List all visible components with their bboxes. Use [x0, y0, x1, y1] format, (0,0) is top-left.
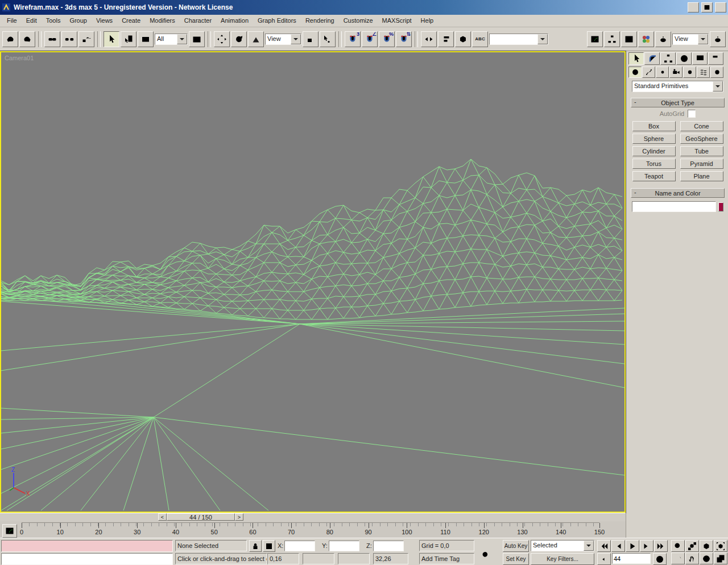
render-type-dropdown[interactable]: View	[672, 34, 709, 45]
key-mode-toggle-button[interactable]	[597, 553, 611, 565]
menu-character[interactable]: Character	[180, 15, 216, 26]
menu-views[interactable]: Views	[92, 15, 117, 26]
quick-render-button[interactable]	[710, 31, 726, 47]
menu-help[interactable]: Help	[416, 15, 439, 26]
arc-rotate-button[interactable]	[700, 552, 713, 564]
named-selection-dropdown[interactable]	[489, 34, 548, 45]
menu-create[interactable]: Create	[117, 15, 145, 26]
maxscript-mini-listener-pink[interactable]	[1, 540, 173, 552]
select-by-name-button[interactable]	[121, 31, 136, 47]
primitive-tube[interactable]: Tube	[680, 146, 723, 156]
layer-manager-button[interactable]	[621, 31, 637, 47]
reference-coordinate-dropdown[interactable]: View	[265, 34, 301, 45]
menu-customize[interactable]: Customize	[339, 15, 378, 26]
unlink-selection-button[interactable]	[61, 31, 77, 47]
angle-snap-button[interactable]: ∠	[362, 31, 378, 47]
primitive-plane[interactable]: Plane	[680, 171, 723, 181]
primitive-cylinder[interactable]: Cylinder	[632, 146, 676, 156]
select-and-move-button[interactable]	[214, 31, 230, 47]
category-helpers[interactable]	[683, 67, 696, 78]
menu-group[interactable]: Group	[65, 15, 92, 26]
category-systems[interactable]	[710, 67, 723, 78]
menu-tools[interactable]: Tools	[42, 15, 65, 26]
track-bar[interactable]: 0102030405060708090100110120130140150	[0, 521, 626, 539]
material-editor-button[interactable]	[638, 31, 654, 47]
play-button[interactable]	[626, 540, 639, 552]
timeline-ruler[interactable]: 0102030405060708090100110120130140150	[22, 522, 599, 539]
time-configuration-button[interactable]	[653, 553, 667, 565]
chevron-down-icon[interactable]	[713, 81, 723, 92]
named-selection-sets-button[interactable]	[455, 31, 471, 47]
time-slider-next-arrow[interactable]: >	[235, 513, 243, 521]
undo-button[interactable]	[2, 31, 18, 47]
tab-motion[interactable]	[676, 52, 692, 65]
redo-button[interactable]	[19, 31, 35, 47]
zoom-extents-all-button[interactable]	[714, 540, 727, 552]
pan-button[interactable]	[685, 552, 699, 564]
mirror-button[interactable]	[421, 31, 437, 47]
select-and-rotate-button[interactable]	[231, 31, 247, 47]
minimize-button[interactable]	[688, 2, 699, 13]
maxscript-mini-listener-white[interactable]	[1, 553, 173, 565]
selection-lock-toggle[interactable]	[249, 540, 262, 552]
frame-number-field[interactable]	[612, 553, 651, 564]
menu-file[interactable]: File	[2, 15, 22, 26]
auto-key-button[interactable]: Auto Key	[503, 540, 529, 552]
primitive-box[interactable]: Box	[632, 121, 676, 131]
zoom-extents-button[interactable]	[700, 540, 713, 552]
next-frame-button[interactable]	[640, 540, 653, 552]
primitive-teapot[interactable]: Teapot	[632, 171, 676, 181]
autogrid-checkbox[interactable]	[688, 110, 696, 118]
schematic-view-button[interactable]	[604, 31, 620, 47]
key-mode-dropdown[interactable]: Selected	[531, 540, 594, 551]
select-and-link-button[interactable]	[44, 31, 60, 47]
menu-animation[interactable]: Animation	[216, 15, 253, 26]
close-button[interactable]	[715, 2, 726, 13]
z-coordinate-field[interactable]	[373, 541, 404, 551]
menu-modifiers[interactable]: Modifiers	[145, 15, 180, 26]
previous-frame-button[interactable]	[611, 540, 625, 552]
y-coordinate-field[interactable]	[329, 541, 359, 551]
primitive-category-dropdown[interactable]: Standard Primitives	[632, 81, 723, 92]
x-coordinate-field[interactable]	[284, 541, 315, 551]
add-time-tag-field[interactable]: Add Time Tag	[419, 553, 474, 564]
snap-toggle-button[interactable]: 3	[345, 31, 361, 47]
selection-filter-dropdown[interactable]: All	[155, 34, 188, 45]
mini-curve-editor-button[interactable]	[2, 524, 17, 538]
menu-edit[interactable]: Edit	[22, 15, 42, 26]
absolute-offset-toggle[interactable]	[263, 540, 275, 552]
keyboard-override-toggle[interactable]: ABC	[472, 31, 488, 47]
primitive-cone[interactable]: Cone	[680, 121, 723, 131]
category-geometry[interactable]	[628, 67, 642, 78]
set-key-button[interactable]: Set Key	[503, 553, 529, 565]
rectangular-selection-region-button[interactable]	[138, 31, 154, 47]
primitive-geosphere[interactable]: GeoSphere	[680, 134, 723, 144]
camera-viewport[interactable]: Camera01 Z X	[0, 51, 626, 513]
category-shapes[interactable]	[642, 67, 655, 78]
time-slider-track[interactable]: < 44 / 150 >	[0, 513, 626, 521]
tab-hierarchy[interactable]	[660, 52, 676, 65]
time-slider-prev-arrow[interactable]: <	[158, 513, 167, 521]
primitive-torus[interactable]: Torus	[632, 159, 676, 169]
chevron-down-icon[interactable]	[537, 34, 548, 44]
tab-create[interactable]	[628, 52, 644, 65]
name-and-color-rollout-header[interactable]: - Name and Color	[631, 188, 725, 198]
go-to-end-button[interactable]	[654, 540, 668, 552]
key-filters-button[interactable]: Key Filters...	[531, 553, 594, 565]
viewport-label[interactable]: Camera01	[5, 55, 34, 61]
zoom-button[interactable]	[671, 540, 685, 552]
zoom-all-button[interactable]	[685, 540, 699, 552]
menu-graph-editors[interactable]: Graph Editors	[253, 15, 301, 26]
menu-maxscript[interactable]: MAXScript	[378, 15, 416, 26]
field-of-view-button[interactable]	[671, 552, 685, 564]
bind-to-space-warp-button[interactable]	[78, 31, 94, 47]
category-space-warps[interactable]	[697, 67, 710, 78]
primitive-pyramid[interactable]: Pyramid	[680, 159, 723, 169]
object-name-field[interactable]	[632, 201, 716, 212]
window-crossing-toggle[interactable]	[189, 31, 205, 47]
align-button[interactable]	[438, 31, 454, 47]
category-cameras[interactable]	[669, 67, 682, 78]
min-max-toggle-button[interactable]	[714, 552, 727, 564]
time-slider-handle[interactable]: < 44 / 150 >	[158, 513, 243, 521]
spinner-snap-button[interactable]: ⇅	[396, 31, 412, 47]
